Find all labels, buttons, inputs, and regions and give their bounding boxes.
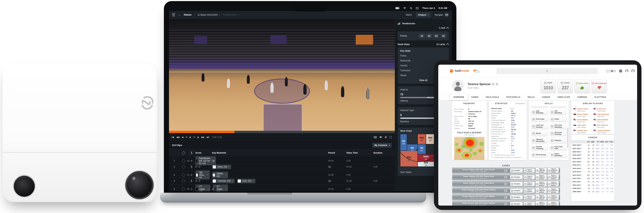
season-dropdown[interactable]: 2014-2015▾ [572, 170, 585, 172]
skill-button[interactable]: ▶ Pick'n'rolls roller [550, 145, 567, 150]
skill-button[interactable]: ▶ Offensive rebounding [531, 138, 548, 143]
moment-chip[interactable]: 3pt miss, #4 ▾ [196, 170, 210, 180]
similar-player[interactable]: Paul Johnson Team Blue [594, 124, 612, 128]
profile-tab[interactable]: SKILLS [524, 94, 538, 100]
watch-menu-item[interactable]: Watch [406, 14, 412, 16]
volume-icon[interactable] [380, 136, 382, 138]
player-actions-button[interactable]: ▶ Player's actions [524, 168, 535, 173]
play-button[interactable]: ▶ [190, 136, 191, 138]
moment-chip[interactable]: Turnover, #31 ▾ [212, 179, 234, 183]
theme-toggle[interactable] [611, 70, 616, 72]
select-circle-icon[interactable] [182, 180, 185, 182]
season-dropdown[interactable]: 2012-2013▾ [572, 177, 585, 179]
full-game-button[interactable]: ▶ Full game [510, 175, 523, 180]
similar-player[interactable]: Luke Savic Team Whites [574, 124, 592, 128]
similar-player[interactable]: John DeGrand Team Blue [594, 113, 612, 117]
shot-zone[interactable]: 40%2/5 [400, 151, 418, 167]
shot-zone[interactable]: 0%0/2 [400, 134, 407, 151]
quarter-button[interactable]: Q2 [426, 34, 432, 38]
skill-button[interactable]: ▶ defending [531, 106, 548, 108]
profile-tab[interactable]: CAREER [538, 94, 554, 100]
shot-chart[interactable]: 0%0/2 56%5/9 38%3/8 0%0/1 0%0/1 40%2/5 1… [400, 134, 439, 167]
forward-button[interactable]: ↻ [194, 136, 195, 138]
skill-button[interactable]: ▶ Help defending [531, 109, 548, 115]
player-defensive-actions-button[interactable]: ▶ Player's defensive actions [548, 181, 559, 187]
skill-button[interactable]: ▶ Off screen defending [550, 123, 567, 129]
film-icon[interactable] [504, 170, 510, 172]
game-row[interactable]: Team Yellow 115:119 Team Blue 12.01.2023… [452, 181, 560, 187]
key-stat-item[interactable]: Points [400, 54, 446, 57]
film-icon[interactable] [504, 176, 510, 178]
table-row[interactable]: 1 0 – 0 Substitution (#4, #22 for #2, #3… [169, 156, 395, 163]
player-offensive-actions-button[interactable]: ▶ Player's offensive actions [536, 181, 547, 187]
season-dropdown[interactable]: 2011-2012▾ [572, 180, 585, 182]
skill-button[interactable]: ▶ Off screening [531, 152, 548, 158]
game-row[interactable]: Team Yellow 112:113 Team Pink 15.01.2023… [452, 174, 560, 180]
account-icon[interactable] [625, 69, 628, 73]
replay-button[interactable]: ↺ [186, 136, 187, 138]
profile-icon[interactable] [631, 69, 634, 73]
profile-tab[interactable]: VIDEO CLIPS [554, 94, 574, 100]
film-icon[interactable] [504, 203, 510, 205]
shot-zone[interactable]: 100%1/1 [418, 154, 434, 162]
my-columns-dropdown[interactable]: My Columns▾ [372, 143, 392, 148]
skill-button[interactable]: ▶ Putbacks [550, 138, 567, 143]
player-defensive-actions-button[interactable]: ▶ Player's defensive actions [548, 168, 559, 173]
similar-player[interactable]: Landon Michael Team Orange [594, 130, 612, 134]
player-defensive-actions-button[interactable]: ▶ Player's defensive actions [548, 195, 559, 200]
similar-player[interactable]: James Match Team Reds [574, 119, 592, 123]
shot-zone[interactable]: 56%5/9 [418, 134, 426, 144]
game-selector[interactable]: vs Attack 24/11/2023▾ [198, 14, 220, 16]
profile-tab[interactable]: OVERVIEW [450, 94, 468, 100]
quarter-button[interactable]: Q3 [434, 34, 439, 38]
table-row[interactable]: 5 0 – 2 FT make, #11 ▾ [169, 184, 395, 191]
player-defensive-actions-button[interactable]: ▶ Player's defensive actions [548, 174, 559, 180]
analyze-dropdown[interactable]: Analyze▾ [416, 12, 431, 17]
season-dropdown[interactable]: 2022-2023▾ [572, 144, 585, 146]
season-dropdown[interactable]: 2018-2019▾ [572, 158, 585, 160]
similar-player[interactable]: Kevin First Team Blacks [594, 108, 612, 112]
skill-button[interactable]: ▶ Drives defending [550, 152, 567, 158]
skill-button[interactable]: ▶ shooting [550, 106, 567, 108]
player-defensive-actions-button[interactable]: ▶ Player's defensive actions [548, 188, 559, 194]
settings-gear-icon[interactable] [385, 136, 387, 138]
stats-checkbox[interactable]: Display player's ranking in a tournament [489, 156, 527, 158]
game-row[interactable]: Team Yellow 140:132 Team Reds 16.01.2023… [452, 168, 560, 174]
rewind-button[interactable]: ◀◀ [176, 136, 179, 138]
skill-button[interactable]: ▶ Catch and shooting [531, 123, 548, 129]
player-actions-button[interactable]: ▶ Player's actions [524, 188, 535, 193]
points-card[interactable]: ▶Points 1010 [540, 79, 556, 93]
full-game-button[interactable]: ▶ Full game [510, 202, 523, 206]
fullscreen-icon[interactable] [390, 136, 392, 138]
quarter-button[interactable]: Q1 [419, 34, 425, 38]
profile-tab[interactable]: GAMES [468, 94, 482, 100]
player-offensive-actions-button[interactable]: ▶ Player's offensive actions [536, 195, 547, 200]
statistics-tab[interactable]: STATISTICS [489, 101, 514, 106]
season-dropdown[interactable]: 2019-2020▾ [572, 154, 585, 156]
best-actions-card[interactable]: ▶Best actions [575, 79, 590, 93]
season-dropdown[interactable]: 2008-2009▾ [572, 190, 585, 192]
skip-start-button[interactable]: ◀ [172, 136, 174, 138]
skip-end-button[interactable]: ▶ [207, 136, 209, 138]
back-arrow-icon[interactable]: ← [178, 13, 181, 16]
fast-forward-button[interactable]: ▶▶ [202, 136, 204, 138]
season-dropdown[interactable]: 2013-2014▾ [572, 174, 585, 176]
player-offensive-actions-button[interactable]: ▶ Player's offensive actions [536, 188, 547, 194]
collapse-chevron-icon[interactable] [446, 43, 449, 46]
shot-zone[interactable]: 20%1/5 [418, 162, 434, 167]
player-actions-button[interactable]: ▶ Player's actions [524, 195, 535, 200]
film-icon[interactable] [504, 183, 510, 185]
player-actions-button[interactable]: ▶ Player's actions [524, 202, 535, 206]
similar-player[interactable]: Saxton Green Team Green [574, 108, 592, 112]
shot-zone[interactable]: 38%3/8 [426, 134, 434, 144]
player-offensive-actions-button[interactable]: ▶ Player's offensive actions [536, 174, 547, 180]
skill-button[interactable]: ▶ Off screen shooting [550, 130, 567, 136]
full-game-button[interactable]: ▶ Full game [510, 195, 523, 200]
flag-search[interactable]: Flag search [474, 69, 480, 73]
assists-card[interactable]: ▶Assists 237 [558, 79, 573, 93]
collapse-chevron-icon[interactable] [446, 27, 449, 30]
moment-chip[interactable]: FT make, #11 ▾ [196, 184, 210, 191]
full-game-button[interactable]: ▶ Full game [510, 182, 523, 186]
navigate-menu-item[interactable]: Navigate 113 [435, 13, 448, 17]
frame-back-button[interactable]: ◀ [182, 136, 183, 138]
